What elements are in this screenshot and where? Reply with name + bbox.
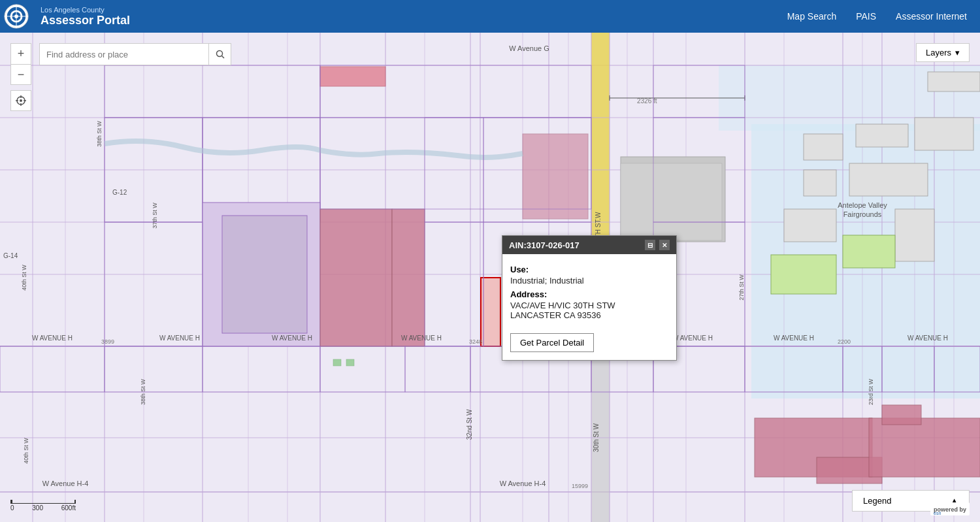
- org-name: Los Angeles County: [41, 6, 130, 14]
- popup-use-label: Use:: [510, 265, 668, 274]
- popup-ain-value: 3107-026-017: [527, 240, 580, 250]
- svg-rect-65: [928, 72, 980, 91]
- scale-bar-line: [10, 500, 76, 504]
- locate-button[interactable]: [10, 90, 31, 111]
- layers-dropdown-icon: ▾: [955, 48, 960, 57]
- svg-rect-53: [392, 209, 425, 346]
- svg-rect-63: [856, 124, 908, 147]
- popup-body: Use: Industrial; Industrial Address: VAC…: [502, 254, 676, 327]
- svg-text:W AVENUE H: W AVENUE H: [272, 334, 312, 342]
- svg-rect-51: [320, 67, 385, 86]
- svg-rect-57: [481, 278, 500, 346]
- svg-rect-62: [804, 134, 843, 160]
- scale-bar: 0 300 600ft: [10, 500, 76, 512]
- svg-text:38th St W: 38th St W: [96, 121, 103, 147]
- svg-text:3899: 3899: [101, 338, 114, 345]
- svg-text:27th St W: 27th St W: [738, 274, 745, 301]
- app-title: Assessor Portal: [41, 14, 130, 27]
- svg-rect-55: [621, 163, 722, 240]
- popup-address-value: VAC/AVE H/VIC 30TH STW LANCASTER CA 9353…: [510, 301, 668, 320]
- search-input[interactable]: [39, 43, 209, 65]
- svg-text:32nd St W: 32nd St W: [466, 409, 473, 440]
- map-background: 30TH ST.W 32nd St W 30th St W 38th St W …: [0, 33, 980, 522]
- svg-rect-64: [915, 118, 973, 150]
- legend-label: Legend: [863, 496, 891, 506]
- svg-text:G-14: G-14: [3, 252, 18, 259]
- popup-ain-label: AIN:: [509, 240, 527, 250]
- svg-text:Fairgrounds: Fairgrounds: [843, 210, 882, 218]
- svg-line-138: [221, 56, 224, 59]
- svg-text:40th St W: 40th St W: [23, 438, 29, 464]
- popup-ain: AIN:3107-026-017: [509, 240, 580, 250]
- svg-text:W AVENUE H: W AVENUE H: [672, 334, 713, 342]
- svg-text:40th St W: 40th St W: [21, 265, 27, 291]
- popup-restore-button[interactable]: ⊟: [645, 240, 655, 250]
- svg-text:3248: 3248: [469, 338, 482, 345]
- header-nav: Map Search PAIS Assessor Internet: [787, 11, 980, 22]
- popup-use-value: Industrial; Industrial: [510, 276, 668, 285]
- svg-point-132: [20, 99, 22, 102]
- scale-label-0: 0: [10, 504, 14, 512]
- svg-rect-69: [895, 209, 934, 261]
- svg-text:Antelope Valley: Antelope Valley: [838, 201, 887, 209]
- svg-rect-68: [784, 209, 836, 242]
- svg-rect-61: [882, 405, 921, 425]
- svg-rect-67: [849, 163, 928, 196]
- popup-header-controls: ⊟ ✕: [645, 240, 670, 250]
- svg-text:2326 ft: 2326 ft: [637, 97, 657, 105]
- svg-text:W AVENUE H: W AVENUE H: [32, 334, 73, 342]
- zoom-controls: + −: [10, 43, 31, 85]
- svg-rect-66: [804, 170, 836, 196]
- svg-rect-52: [320, 209, 392, 346]
- popup-close-button[interactable]: ✕: [659, 240, 670, 250]
- svg-text:W Avenue G: W Avenue G: [509, 44, 549, 52]
- scale-label-300: 300: [32, 504, 43, 512]
- nav-assessor-internet[interactable]: Assessor Internet: [896, 11, 967, 22]
- popup-header: AIN:3107-026-017 ⊟ ✕: [502, 236, 676, 254]
- app-header: Los Angeles County Assessor Portal Map S…: [0, 0, 980, 33]
- svg-rect-70: [771, 255, 836, 294]
- svg-point-137: [216, 51, 222, 57]
- svg-text:W Avenue H-4: W Avenue H-4: [42, 480, 89, 487]
- parcel-popup: AIN:3107-026-017 ⊟ ✕ Use: Industrial; In…: [502, 235, 677, 361]
- nav-map-search[interactable]: Map Search: [787, 11, 836, 22]
- search-button[interactable]: [209, 43, 231, 65]
- svg-rect-60: [869, 418, 980, 477]
- svg-text:15999: 15999: [572, 483, 588, 489]
- popup-address-label: Address:: [510, 289, 668, 299]
- header-title-area: Los Angeles County Assessor Portal: [33, 6, 138, 27]
- svg-rect-129: [333, 359, 341, 366]
- svg-text:W AVENUE H: W AVENUE H: [159, 334, 200, 342]
- zoom-in-button[interactable]: +: [10, 43, 31, 64]
- svg-rect-71: [843, 235, 895, 268]
- svg-text:esri: esri: [934, 511, 941, 515]
- org-logo: [0, 0, 33, 33]
- svg-rect-56: [523, 134, 588, 219]
- scale-label-600: 600ft: [61, 504, 76, 512]
- layers-label: Layers: [926, 48, 951, 57]
- svg-text:W AVENUE H: W AVENUE H: [907, 334, 948, 342]
- svg-rect-130: [346, 359, 354, 366]
- svg-text:W AVENUE H: W AVENUE H: [401, 334, 442, 342]
- esri-logo: powered by esri: [930, 502, 970, 517]
- zoom-out-button[interactable]: −: [10, 64, 31, 85]
- svg-text:2200: 2200: [838, 338, 851, 345]
- svg-text:37th St W: 37th St W: [152, 203, 158, 229]
- scale-labels: 0 300 600ft: [10, 504, 76, 512]
- layers-button[interactable]: Layers ▾: [916, 43, 970, 62]
- svg-rect-50: [222, 216, 307, 333]
- svg-text:W Avenue H-4: W Avenue H-4: [500, 480, 546, 487]
- svg-text:W AVENUE H: W AVENUE H: [774, 334, 814, 342]
- nav-pais[interactable]: PAIS: [856, 11, 876, 22]
- get-parcel-detail-button[interactable]: Get Parcel Detail: [510, 333, 594, 352]
- search-bar: [39, 43, 231, 65]
- map-container[interactable]: 30TH ST.W 32nd St W 30th St W 38th St W …: [0, 33, 980, 522]
- svg-text:30th St W: 30th St W: [593, 423, 600, 451]
- svg-text:G-12: G-12: [112, 189, 127, 196]
